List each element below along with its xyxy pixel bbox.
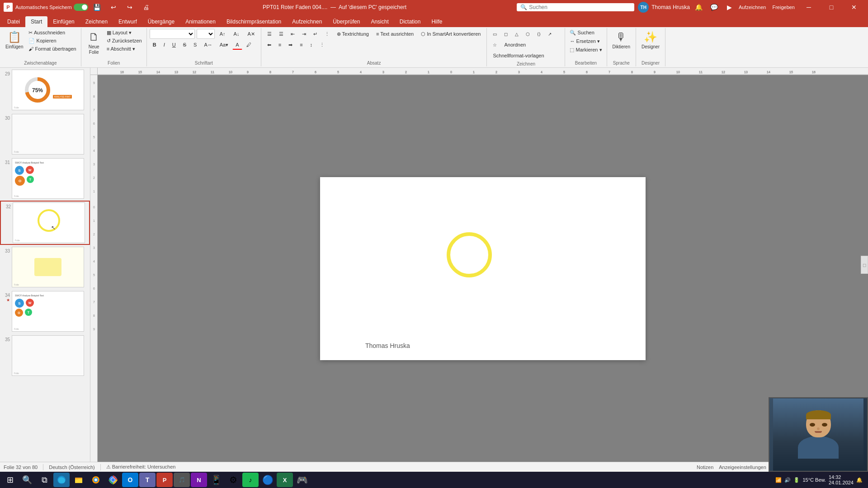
markieren-button[interactable]: ⬚ Markieren ▾ xyxy=(568,46,604,54)
tab-ansicht[interactable]: Ansicht xyxy=(365,16,394,27)
neue-folie-button[interactable]: 🗋 NeueFolie xyxy=(84,29,104,58)
yellow-circle-shape[interactable] xyxy=(447,232,492,277)
format-button[interactable]: 🖌 Format übertragen xyxy=(27,45,78,52)
shape-btn-5[interactable]: ⟨⟩ xyxy=(534,29,544,39)
tab-zeichnen[interactable]: Zeichnen xyxy=(80,16,113,27)
freigeben-btn[interactable]: Freigeben xyxy=(772,5,795,10)
tab-dictation[interactable]: Dictation xyxy=(394,16,426,27)
taskbar-powerpoint[interactable]: P xyxy=(156,473,173,487)
rtl-btn[interactable]: ↵ xyxy=(310,29,321,39)
save-icon[interactable]: 💾 xyxy=(91,1,104,14)
align-left-btn[interactable]: ⬅ xyxy=(264,40,274,50)
battery-icon[interactable]: 🔋 xyxy=(793,477,800,483)
taskbar-onenote[interactable]: N xyxy=(191,473,207,487)
shape-btn-2[interactable]: ◻ xyxy=(501,29,511,39)
taskbar-edge[interactable] xyxy=(53,473,70,487)
tab-entwurf[interactable]: Entwurf xyxy=(113,16,142,27)
tab-ueberpruefen[interactable]: Überprüfen xyxy=(327,16,365,27)
search-input[interactable] xyxy=(529,4,619,10)
ersetzen-button[interactable]: ↔ Ersetzen ▾ xyxy=(568,38,602,45)
indent-more-btn[interactable]: ⇥ xyxy=(299,29,309,39)
tab-uebergaenge[interactable]: Übergänge xyxy=(142,16,180,27)
slide-item-34[interactable]: 34 ★ SWOT-Analyse Beispiel-Text S W O T … xyxy=(0,289,90,333)
notes-btn[interactable]: Notizen xyxy=(697,465,713,470)
present-icon[interactable]: ▶ xyxy=(723,1,736,14)
undo-icon[interactable]: ↩ xyxy=(107,1,120,14)
taskbar-explorer[interactable] xyxy=(71,473,87,487)
layout-button[interactable]: ▦ Layout ▾ xyxy=(105,29,144,37)
zuruecksetzen-button[interactable]: ↺ Zurücksetzen xyxy=(105,37,144,45)
font-increase-btn[interactable]: A↑ xyxy=(217,29,229,39)
search-box[interactable]: 🔍 xyxy=(517,3,634,11)
anordnen-btn[interactable]: Anordnen xyxy=(501,40,529,50)
maximize-button[interactable]: □ xyxy=(821,0,842,14)
redo-icon[interactable]: ↪ xyxy=(123,1,136,14)
slide-item-31[interactable]: 31 SWOT-Analyse Beispiel-Text S W O T Fo… xyxy=(0,156,90,201)
slideshow-settings-btn[interactable]: Anzeigeeinstellungen xyxy=(719,465,766,470)
slide-canvas[interactable]: Thomas Hruska xyxy=(320,177,646,360)
shape-btn-4[interactable]: ⬡ xyxy=(523,29,533,39)
kopieren-button[interactable]: 📄 Kopieren xyxy=(27,37,78,45)
close-button[interactable]: ✕ xyxy=(844,0,864,14)
text-align-btn[interactable]: ≡ Text ausrichten xyxy=(373,29,417,39)
shape-btn-1[interactable]: ▭ xyxy=(490,29,500,39)
tab-praesentation[interactable]: Bildschirmpräsentation xyxy=(221,16,287,27)
fontsize-select[interactable] xyxy=(197,29,215,39)
designer-button[interactable]: ✨ Designer xyxy=(639,29,662,58)
slide-item-30[interactable]: 30 Folie xyxy=(0,112,90,156)
right-panel-toggle[interactable]: ◻ xyxy=(861,256,868,274)
spacing-btn[interactable]: A↔ xyxy=(201,40,215,50)
tab-animationen[interactable]: Animationen xyxy=(180,16,221,27)
minimize-button[interactable]: ─ xyxy=(798,0,819,14)
taskbar-app-misc2[interactable]: 📱 xyxy=(208,473,224,487)
taskbar-teams[interactable]: T xyxy=(139,473,156,487)
list-bullets-btn[interactable]: ☰ xyxy=(264,29,275,39)
char-case-btn[interactable]: Aa▾ xyxy=(217,40,231,50)
bold-btn[interactable]: B xyxy=(150,40,160,50)
task-view-button[interactable]: ⧉ xyxy=(36,473,52,487)
diktieren-button[interactable]: 🎙 Diktieren xyxy=(610,29,633,58)
start-button[interactable]: ⊞ xyxy=(2,473,18,487)
suchen-button[interactable]: 🔍 Suchen xyxy=(568,29,596,37)
taskbar-app-misc4[interactable]: ♪ xyxy=(242,473,259,487)
indent-less-btn[interactable]: ⇤ xyxy=(288,29,298,39)
taskbar-chrome[interactable] xyxy=(105,473,121,487)
taskbar-excel[interactable]: X xyxy=(277,473,293,487)
highlight-btn[interactable]: 🖊 xyxy=(243,40,255,50)
shadow-btn[interactable]: S xyxy=(190,40,200,50)
tab-hilfe[interactable]: Hilfe xyxy=(426,16,448,27)
taskbar-firefox[interactable] xyxy=(88,473,104,487)
taskbar-app-misc5[interactable]: 🔵 xyxy=(259,473,276,487)
line-spacing-btn[interactable]: ↕ xyxy=(307,40,316,50)
notification-icon[interactable]: 🔔 xyxy=(856,477,863,483)
tab-aufzeichnen[interactable]: Aufzeichnen xyxy=(287,16,327,27)
comments-icon[interactable]: 💬 xyxy=(708,1,721,14)
strikethrough-btn[interactable]: S xyxy=(180,40,189,50)
share-icon[interactable]: 🔔 xyxy=(693,1,705,14)
tab-start[interactable]: Start xyxy=(25,16,47,27)
slide-item-29[interactable]: 29 75% ANALYSE-FAKT Folie xyxy=(0,68,90,112)
taskbar-app-misc6[interactable]: 🎮 xyxy=(294,473,310,487)
ausschneiden-button[interactable]: ✂ Ausschneiden xyxy=(27,29,78,37)
tab-einfuegen[interactable]: Einfügen xyxy=(47,16,80,27)
col-spacing-btn[interactable]: ⋮ xyxy=(316,40,328,50)
volume-icon[interactable]: 🔊 xyxy=(784,477,791,483)
tab-datei[interactable]: Datei xyxy=(2,16,25,27)
abschnitt-button[interactable]: ≡ Abschnitt ▾ xyxy=(105,45,144,53)
underline-btn[interactable]: U xyxy=(169,40,179,50)
font-decrease-btn[interactable]: A↓ xyxy=(231,29,243,39)
slide-item-32[interactable]: 32 ↖ Folie xyxy=(0,201,90,245)
print-icon[interactable]: 🖨 xyxy=(140,1,152,14)
vorlagen-btn[interactable]: Schnellformat-vorlagen xyxy=(490,51,547,61)
align-right-btn[interactable]: ➡ xyxy=(285,40,296,50)
search-button[interactable]: 🔍 xyxy=(19,473,35,487)
wifi-icon[interactable]: 📶 xyxy=(775,477,782,483)
taskbar-app-misc3[interactable]: ⚙ xyxy=(225,473,241,487)
taskbar-outlook[interactable]: O xyxy=(122,473,138,487)
textrichtung-btn[interactable]: ⊕ Textrichtung xyxy=(334,29,372,39)
font-color-btn[interactable]: A xyxy=(232,40,242,50)
smartart-btn[interactable]: ⬡ In SmartArt konvertieren xyxy=(418,29,484,39)
list-numbers-btn[interactable]: ☰ xyxy=(276,29,287,39)
clear-format-btn[interactable]: A✕ xyxy=(244,29,258,39)
cols-btn[interactable]: ⋮ xyxy=(321,29,333,39)
